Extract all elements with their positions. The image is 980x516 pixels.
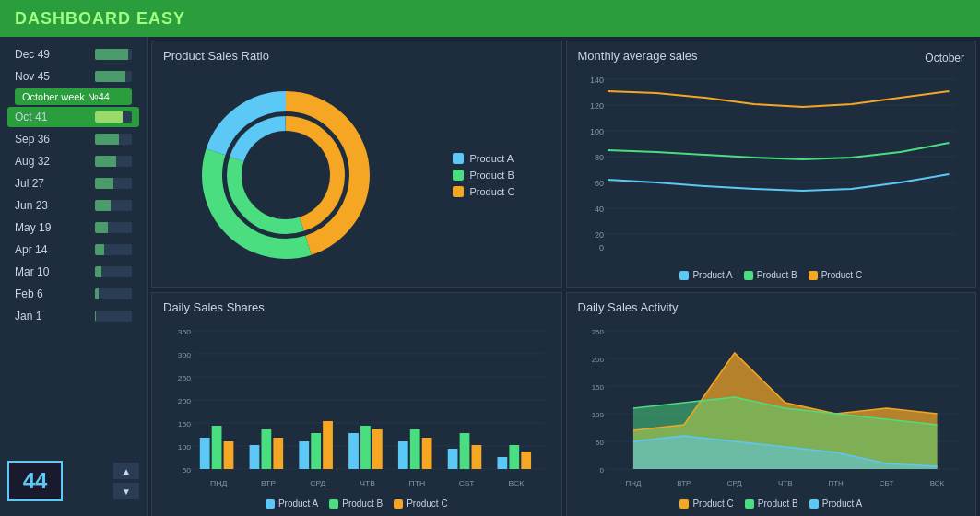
legend-area-label-a: Product A	[822, 498, 862, 509]
sidebar-bar-fill-9	[95, 266, 101, 277]
legend-dot-bar-c	[394, 499, 403, 509]
sidebar-item-9[interactable]: Mar 10	[7, 262, 139, 282]
line-chart-area: 140 120 100 80 60 40 20 0	[578, 70, 965, 266]
svg-text:ЧТВ: ЧТВ	[360, 478, 375, 487]
legend-h-b: Product B	[744, 270, 797, 280]
sidebar-item-8[interactable]: Apr 14	[7, 240, 139, 260]
svg-rect-40	[261, 429, 271, 469]
chart-title-3: Daily Sales Shares	[163, 300, 265, 314]
line-chart-legend: Product A Product B Product C	[578, 270, 965, 280]
area-chart-area: 250 200 150 100 50 0	[578, 322, 965, 495]
area-chart-legend: Product C Product B Product A	[578, 498, 965, 509]
legend-dot-area-a	[809, 499, 819, 509]
sidebar-item-5[interactable]: Jul 27	[7, 173, 139, 194]
svg-rect-51	[398, 441, 408, 469]
legend-area-a: Product A	[809, 498, 862, 509]
legend-dot-a	[453, 153, 464, 164]
line-chart-svg: 140 120 100 80 60 40 20 0	[578, 70, 965, 264]
sidebar-item-label-8: Apr 14	[15, 243, 47, 256]
bar-chart-legend: Product A Product B Product C	[163, 498, 550, 509]
svg-rect-59	[497, 457, 507, 469]
legend-bar-label-c: Product C	[407, 498, 447, 509]
sidebar-item-label-7: May 19	[15, 221, 51, 234]
svg-text:50: 50	[596, 439, 604, 447]
legend-area-label-b: Product B	[758, 498, 798, 509]
sidebar-bar-fill-10	[95, 288, 99, 299]
sidebar-item-0[interactable]: Dec 49	[7, 44, 139, 64]
week-down-button[interactable]: ▼	[113, 483, 139, 499]
sidebar-bar-container-3	[95, 134, 132, 145]
donut-area: Product A Product B Product C	[163, 70, 550, 280]
week-up-button[interactable]: ▲	[113, 463, 139, 479]
svg-text:ЧТВ: ЧТВ	[777, 479, 792, 487]
sidebar-item-7[interactable]: May 19	[7, 217, 139, 238]
legend-dot-h-c	[809, 271, 818, 280]
sidebar-item-2[interactable]: Oct 41	[7, 107, 139, 127]
svg-rect-56	[460, 433, 470, 469]
svg-rect-49	[372, 429, 383, 469]
legend-h-a: Product A	[679, 270, 732, 280]
svg-rect-44	[311, 433, 321, 469]
sidebar-item-label-1: Nov 45	[15, 70, 50, 83]
sidebar-item-1[interactable]: Nov 45	[7, 66, 139, 87]
donut-chart	[198, 88, 383, 263]
sidebar-bar-container-0	[95, 49, 132, 60]
sidebar-item-6[interactable]: Jun 23	[7, 195, 139, 216]
charts-area: Product Sales Ratio	[148, 37, 980, 516]
legend-h-label-b: Product B	[757, 270, 797, 280]
chart-title-4: Daily Sales Activity	[578, 300, 679, 314]
svg-text:ПНД: ПНД	[625, 479, 641, 487]
sidebar-item-label-11: Jan 1	[15, 310, 41, 322]
legend-h-label-a: Product A	[692, 270, 732, 280]
sidebar-item-label-0: Dec 49	[15, 48, 50, 61]
legend-area-c: Product C	[679, 498, 733, 509]
legend-area-b: Product B	[745, 498, 798, 509]
svg-text:ВСК: ВСК	[929, 479, 944, 487]
chart-header-1: Product Sales Ratio	[163, 49, 550, 66]
sidebar-item-11[interactable]: Jan 1	[7, 306, 139, 326]
svg-text:40: 40	[594, 205, 603, 214]
svg-rect-48	[360, 426, 371, 469]
legend-label-c: Product C	[469, 186, 514, 197]
app-title: DASHBOARD EASY	[15, 9, 185, 29]
svg-text:140: 140	[589, 76, 603, 85]
sidebar-bar-fill-1	[95, 71, 125, 82]
svg-text:СРД: СРД	[726, 479, 742, 487]
sidebar-item-10[interactable]: Feb 6	[7, 284, 139, 304]
svg-rect-36	[212, 426, 222, 469]
sidebar-item-label-3: Sep 36	[15, 133, 50, 146]
svg-text:ВТР: ВТР	[677, 479, 691, 487]
bar-chart-area: 350 300 250 200 150 100 50 ПНД	[163, 322, 550, 495]
legend-area-label-c: Product C	[692, 498, 733, 509]
sidebar-bar-container-11	[95, 311, 132, 322]
svg-text:80: 80	[594, 153, 603, 162]
legend-bar-b: Product B	[329, 498, 383, 509]
chart-header-2: Monthly average sales October	[578, 49, 965, 66]
sidebar-item-4[interactable]: Aug 32	[7, 151, 139, 171]
svg-text:20: 20	[594, 230, 603, 240]
sidebar-bar-fill-11	[95, 311, 96, 322]
svg-rect-47	[348, 433, 359, 469]
legend-dot-bar-a	[266, 499, 275, 509]
product-sales-ratio-panel: Product Sales Ratio	[151, 41, 562, 288]
legend-dot-area-b	[745, 499, 754, 509]
svg-text:350: 350	[178, 327, 192, 336]
sidebar: Dec 49Nov 45October week №44Oct 41Sep 36…	[0, 37, 148, 516]
daily-sales-shares-panel: Daily Sales Shares 350 300 250 200	[151, 292, 562, 516]
legend-item-c: Product C	[453, 186, 514, 197]
svg-text:100: 100	[178, 442, 192, 452]
legend-bar-label-b: Product B	[342, 498, 383, 509]
legend-h-label-c: Product C	[821, 270, 862, 280]
sidebar-bar-fill-6	[95, 200, 111, 211]
svg-text:200: 200	[178, 396, 192, 405]
sidebar-bar-fill-5	[95, 178, 113, 189]
chart-title-2: Monthly average sales	[578, 49, 698, 63]
svg-rect-43	[299, 441, 309, 469]
sidebar-bar-fill-4	[95, 156, 116, 167]
svg-rect-60	[509, 445, 519, 469]
svg-rect-35	[200, 438, 210, 469]
sidebar-item-3[interactable]: Sep 36	[7, 129, 139, 149]
svg-rect-52	[410, 429, 420, 469]
sidebar-bar-fill-3	[95, 134, 119, 145]
week-arrows: ▲ ▼	[113, 463, 139, 499]
